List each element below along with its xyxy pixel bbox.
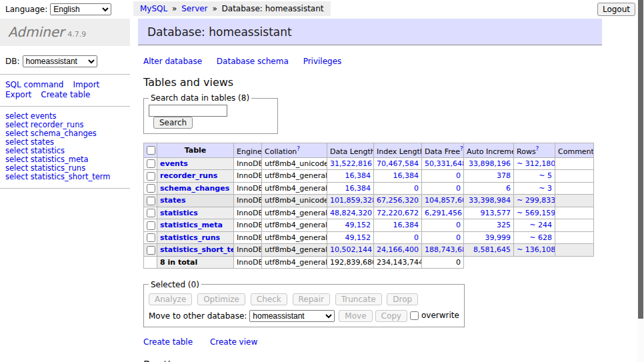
db-select[interactable]: homeassistant: [23, 55, 97, 67]
engine-cell: InnoDB: [234, 231, 262, 244]
row-checkbox[interactable]: [147, 233, 155, 242]
row-checkbox[interactable]: [147, 184, 155, 193]
column-header-data-length: Data Length?: [327, 143, 374, 158]
analyze-button[interactable]: Analyze: [149, 293, 192, 305]
overwrite-checkbox[interactable]: [410, 311, 419, 320]
breadcrumb-separator-icon: »: [172, 4, 177, 13]
optimize-button[interactable]: Optimize: [197, 293, 245, 305]
row-checkbox[interactable]: [147, 172, 155, 181]
rows-count-cell[interactable]: ~ 3: [514, 182, 555, 195]
sidebar-item-select-statistics-short-term[interactable]: select statistics_short_term: [5, 173, 125, 181]
rows-count-cell[interactable]: ~ 5: [514, 170, 555, 183]
table-link-events[interactable]: events: [160, 159, 188, 168]
database-schema-link[interactable]: Database schema: [217, 57, 289, 66]
breadcrumb-link-mysql[interactable]: MySQL: [140, 4, 167, 13]
copy-button[interactable]: Copy: [375, 310, 407, 322]
column-header-data-free: Data Free?: [422, 143, 464, 158]
data-free-cell: 0: [422, 231, 464, 244]
check-button[interactable]: Check: [251, 293, 287, 305]
auto-increment-cell: 8,581,645: [464, 244, 514, 257]
page-title: Database: homeassistant: [138, 19, 602, 45]
app-name: Adminer: [8, 24, 64, 40]
create-table-link[interactable]: Create table: [143, 337, 193, 347]
alter-database-link[interactable]: Alter database: [143, 57, 202, 66]
table-link-statistics-runs[interactable]: statistics_runs: [160, 233, 220, 242]
create-view-link[interactable]: Create view: [210, 337, 257, 347]
select-all-checkbox[interactable]: [147, 146, 155, 155]
drop-button[interactable]: Drop: [387, 293, 418, 305]
db-selector-row: DB:homeassistant: [5, 55, 125, 67]
sidebar-link-export[interactable]: Export: [5, 90, 31, 99]
column-header-engine: Engine?: [234, 143, 262, 158]
sidebar-link-import[interactable]: Import: [73, 80, 99, 89]
row-checkbox[interactable]: [147, 197, 155, 205]
table-row: events InnoDB utf8mb4_unicode_ci 31,522,…: [144, 157, 594, 170]
table-link-recorder-runs[interactable]: recorder_runs: [160, 171, 217, 180]
search-input[interactable]: [149, 105, 227, 117]
column-header-index-length: Index Length?: [374, 143, 422, 158]
comment-cell: [555, 157, 594, 170]
breadcrumb-link-server[interactable]: Server: [181, 4, 207, 13]
breadcrumb-current: Database: homeassistant: [222, 4, 324, 13]
sidebar-link-create-table[interactable]: Create table: [41, 90, 90, 99]
total-label: 8 in total: [157, 256, 234, 268]
table-link-statistics[interactable]: statistics: [160, 209, 198, 217]
data-free-total: 0: [422, 256, 464, 268]
engine-cell: InnoDB: [234, 157, 262, 170]
index-length-total: 234,143,744: [374, 256, 422, 268]
rows-count-cell[interactable]: ~ 136,108: [514, 244, 555, 257]
row-checkbox[interactable]: [147, 159, 155, 168]
comment-cell: [555, 182, 594, 195]
language-select[interactable]: English: [50, 3, 111, 15]
data-free-cell: 104,857,600: [422, 195, 464, 207]
help-icon[interactable]: ?: [460, 145, 463, 152]
data-length-cell: 16,384: [327, 182, 374, 195]
table-link-states[interactable]: states: [160, 196, 186, 205]
help-icon[interactable]: ?: [536, 145, 539, 152]
auto-increment-cell: 6: [464, 182, 514, 195]
row-checkbox[interactable]: [147, 221, 155, 230]
rows-count-cell[interactable]: ~ 569,159: [514, 207, 555, 219]
search-fieldset: Search data in tables (8) Search: [143, 93, 278, 134]
rows-count-cell[interactable]: ~ 628: [514, 231, 555, 244]
auto-increment-cell: 33,898,196: [464, 157, 514, 170]
sidebar-table-links: select events select recorder_runs selec…: [0, 107, 130, 188]
row-checkbox[interactable]: [147, 209, 155, 217]
selected-legend: Selected (0): [149, 280, 201, 289]
data-length-cell: 48,824,320: [327, 207, 374, 219]
engine-cell: InnoDB: [234, 207, 262, 219]
auto-increment-cell: 378: [464, 170, 514, 183]
privileges-link[interactable]: Privileges: [303, 57, 342, 66]
help-icon[interactable]: ?: [297, 145, 300, 152]
scrollbar-thumb[interactable]: [638, 0, 643, 319]
search-button[interactable]: Search: [153, 117, 193, 129]
main-content: Database: homeassistant Alter database D…: [138, 19, 602, 362]
table-link-statistics-meta[interactable]: statistics_meta: [160, 221, 223, 229]
data-length-cell: 49,152: [327, 231, 374, 244]
sidebar-actions: SQL commandImport ExportCreate table: [0, 75, 130, 106]
selected-buttons-row: Analyze Optimize Check Repair Truncate D…: [149, 293, 459, 305]
breadcrumb-separator-icon: »: [212, 4, 217, 13]
table-link-schema-changes[interactable]: schema_changes: [160, 184, 229, 193]
table-link-statistics-short-term[interactable]: statistics_short_term: [160, 245, 234, 254]
move-db-select[interactable]: homeassistant: [249, 310, 335, 322]
column-header-comment: Comment?: [555, 143, 594, 158]
rows-count-cell[interactable]: ~ 244: [514, 219, 555, 232]
truncate-button[interactable]: Truncate: [335, 293, 382, 305]
move-button[interactable]: Move: [339, 310, 372, 322]
repair-button[interactable]: Repair: [293, 293, 330, 305]
row-checkbox[interactable]: [147, 246, 155, 255]
data-length-cell: 10,502,144: [327, 244, 374, 257]
auto-increment-cell: 913,577: [464, 207, 514, 219]
rows-count-cell[interactable]: ~ 312,180: [514, 157, 555, 170]
vertical-scrollbar[interactable]: [637, 0, 644, 362]
index-length-cell: 0: [374, 231, 422, 244]
sidebar-divider: [0, 188, 130, 189]
auto-increment-cell: 325: [464, 219, 514, 232]
sidebar-link-sql-command[interactable]: SQL command: [5, 80, 63, 89]
rows-count-cell[interactable]: ~ 299,833: [514, 195, 555, 207]
data-free-cell: 188,743,680: [422, 244, 464, 257]
table-row: schema_changes InnoDB utf8mb4_general_ci…: [144, 182, 594, 195]
logout-button[interactable]: Logout: [597, 3, 635, 16]
data-free-cell: 0: [422, 170, 464, 183]
